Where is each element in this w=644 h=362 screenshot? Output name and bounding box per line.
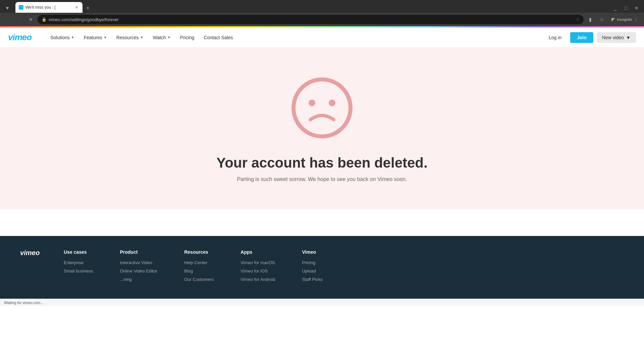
url-display: vimeo.com/settings/goodbye/forever [49,17,574,22]
footer-columns: Use cases Enterprise Small business Prod… [64,249,624,285]
chevron-down-icon: ▼ [104,36,107,39]
footer-col-vimeo: Vimeo Pricing Upload Staff Picks [302,249,322,285]
browser-tab[interactable]: We'll miss you : ( ✕ [15,2,83,13]
footer-col-apps: Apps Vimeo for macOS Vimeo for iOS Vimeo… [240,249,275,285]
nav-watch[interactable]: Watch ▼ [149,32,174,43]
page-subtitle: Parting is such sweet sorrow. We hope to… [237,176,407,182]
status-text: Waiting for vimeo.com... [4,301,44,305]
chevron-down-icon: ▼ [140,36,144,39]
site-wrapper: vimeo Solutions ▼ Features ▼ Resources ▼… [0,27,644,329]
new-tab-button[interactable]: + [83,3,93,13]
svg-text:vimeo: vimeo [20,249,40,256]
chevron-down-icon: ▼ [167,36,171,39]
footer-link-macos[interactable]: Vimeo for macOS [240,260,275,265]
footer-inner: vimeo Use cases Enterprise Small busines… [20,249,624,285]
window-menu-button[interactable]: ▼ [3,3,12,13]
nav-features[interactable]: Features ▼ [80,32,111,43]
star-icon: ☆ [576,17,580,22]
footer-link-small-business[interactable]: Small business [64,268,93,274]
footer-link-ios[interactable]: Vimeo for iOS [240,268,275,274]
footer-link-blog[interactable]: Blog [184,268,214,274]
maximize-button[interactable]: □ [621,3,631,13]
login-button[interactable]: Log in [543,32,567,43]
footer-col-resources: Resources Help Center Blog Our Customers [184,249,214,285]
chevron-down-icon: ▼ [626,35,631,40]
incognito-indicator: Incognito [620,15,629,24]
svg-point-2 [309,100,315,106]
more-menu-button[interactable]: ⋮ [631,15,641,24]
tab-favicon [19,5,23,10]
svg-text:vimeo: vimeo [8,33,32,42]
site-footer: vimeo Use cases Enterprise Small busines… [0,236,644,299]
footer-link-android[interactable]: Vimeo for Android [240,277,275,282]
nav-pricing[interactable]: Pricing [176,32,199,43]
reload-button[interactable]: ✕ [26,15,36,24]
side-panel-button[interactable]: ◤ [608,15,618,24]
cast-icon[interactable]: ▮ [586,15,595,24]
footer-col-use-cases: Use cases Enterprise Small business [64,249,93,285]
nav-contact-sales[interactable]: Contact Sales [200,32,237,43]
minimize-button[interactable]: ⎯ [610,3,620,13]
address-bar[interactable]: 🔒 vimeo.com/settings/goodbye/forever ☆ [38,15,584,24]
footer-link-our-customers[interactable]: Our Customers [184,277,214,282]
nav-resources[interactable]: Resources ▼ [112,32,148,43]
svg-point-1 [293,79,351,136]
footer-link-upload[interactable]: Upload [302,268,322,274]
chevron-down-icon: ▼ [71,36,74,39]
address-bar-row: ← → ✕ 🔒 vimeo.com/settings/goodbye/forev… [0,13,644,26]
bookmark-icon[interactable]: ☆ [597,15,606,24]
status-bar: Waiting for vimeo.com... [0,299,644,306]
new-video-button[interactable]: New video ▼ [597,32,636,43]
forward-button[interactable]: → [15,15,24,24]
back-button[interactable]: ← [3,15,13,24]
tab-close-button[interactable]: ✕ [74,5,79,10]
footer-link-pricing[interactable]: Pricing [302,260,322,265]
close-window-button[interactable]: ✕ [632,3,641,13]
footer-logo[interactable]: vimeo [20,249,44,258]
footer-link-help-center[interactable]: Help Center [184,260,214,265]
nav-links: Solutions ▼ Features ▼ Resources ▼ Watch… [46,32,543,43]
svg-point-3 [329,100,335,106]
main-content: Your account has been deleted. Parting i… [0,48,644,209]
tab-title: We'll miss you : ( [25,5,72,10]
vimeo-logo[interactable]: vimeo [8,33,38,42]
browser-chrome: ▼ We'll miss you : ( ✕ + ⎯ □ ✕ ← → ✕ 🔒 v… [0,0,644,27]
join-button[interactable]: Join [570,32,593,43]
tab-bar: ▼ We'll miss you : ( ✕ + ⎯ □ ✕ [0,0,644,13]
footer-link-staff-picks[interactable]: Staff Picks [302,277,322,282]
nav-actions: Log in Join New video ▼ [543,32,636,43]
footer-link-enterprise[interactable]: Enterprise [64,260,93,265]
footer-link-online-video-editor[interactable]: Online Video Editor [120,268,157,274]
main-nav: vimeo Solutions ▼ Features ▼ Resources ▼… [0,27,644,48]
sad-face-illustration [288,74,356,141]
footer-link-product-3[interactable]: ...ning [120,277,157,282]
page-title: Your account has been deleted. [216,155,427,171]
footer-link-interactive-video[interactable]: Interactive Video [120,260,157,265]
content-spacer [0,209,644,236]
footer-col-product: Product Interactive Video Online Video E… [120,249,157,285]
lock-icon: 🔒 [42,17,47,22]
nav-solutions[interactable]: Solutions ▼ [46,32,78,43]
